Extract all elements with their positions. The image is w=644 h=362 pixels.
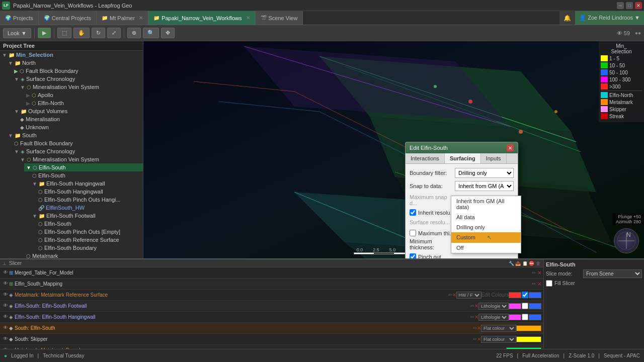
minimize-btn[interactable]: ─ [617,2,624,9]
delete-icon[interactable]: ✕ [477,325,481,331]
panel-row-south-elfin[interactable]: 👁 ◆ South: Elfin-South ✏ ✕ Flat colour [0,323,543,334]
visibility-icon[interactable]: 👁 [2,314,9,321]
tree-item-surface-chrono-n[interactable]: ▼ ◈ Surface Chronology [12,75,143,83]
dialog-tab-surfacing[interactable]: Surfacing [445,153,481,163]
color-checkbox[interactable] [522,303,528,309]
notification-bell[interactable]: 🔔 [559,11,575,25]
tree-item-north[interactable]: ▼ 📁 North [6,59,143,67]
panel-row-merged-table[interactable]: 👁 ⊞ Merged_Table_For_Model ✏ ✕ [0,267,543,279]
color-swatch-2[interactable] [529,314,541,320]
inherit-resolution-checkbox[interactable] [410,209,416,216]
color-swatch[interactable] [516,336,541,342]
visibility-icon[interactable]: 👁 [2,269,9,277]
dialog-close-btn[interactable]: ✕ [507,144,514,151]
delete-icon[interactable]: ✕ [537,270,541,276]
tab-mt-palmer[interactable]: 📁 Mt Palmer ✕ [97,11,148,25]
scale-btn[interactable]: ⤢ [107,28,121,38]
delete-icon[interactable]: ✕ [474,303,478,309]
visibility-icon[interactable]: 👁 [2,347,9,349]
visibility-icon[interactable]: 👁 [2,292,9,299]
dialog-tab-interactions[interactable]: Interactions [406,153,445,163]
select-btn[interactable]: ⬚ [57,28,71,38]
visibility-icon[interactable]: 👁 [2,325,9,332]
tree-item-fault-boundary-s[interactable]: ⬡ Fault Block Boundary [12,139,143,147]
move-btn[interactable]: ✋ [73,28,90,38]
tree-item-metalmark[interactable]: ⬡ Metalmark [24,252,143,258]
visibility-icon[interactable]: 👁 [2,281,9,288]
color-checkbox[interactable] [522,292,528,298]
tree-item-mineralisation[interactable]: ◆ Mineralisation [18,115,143,123]
cursor-btn[interactable]: ⊕ [127,28,141,38]
maximize-btn[interactable]: □ [626,2,633,9]
pinch-out-checkbox[interactable] [410,253,416,258]
dialog-tab-inputs[interactable]: Inputs [481,153,507,163]
hw-fw-select[interactable]: HW / FW [456,292,481,299]
close-btn[interactable]: ✕ [635,2,642,9]
tab-mt-palmer-close[interactable]: ✕ [139,15,143,21]
pan-btn[interactable]: ✥ [161,28,175,38]
edit-colours-btn[interactable]: Edit Colours [481,292,509,298]
snap-to-data-select[interactable]: Inherit from GM (All data) [455,181,514,191]
slice-mode-select[interactable]: From Scene [583,269,642,278]
flat-colour-select[interactable]: Flat colour [481,325,516,332]
tree-item-elfin-south-pinch[interactable]: ⬡ Elfin-South Pinch Outs Hangi... [36,196,143,204]
dropdown-item-off[interactable]: Off [451,243,521,253]
tree-item-fault-boundary-n[interactable]: ▶ ⬡ Fault Block Boundary [12,67,143,75]
tab-projects[interactable]: 🌍 Projects [0,11,39,25]
lithologies-select[interactable]: Lithologies [478,314,509,321]
edit-icon[interactable]: ✏ [532,270,536,276]
tree-item-elfin-south-hw-sub[interactable]: ⬡ Elfin-South Hangingwall [36,188,143,196]
edit-icon[interactable]: ✏ [470,314,474,320]
dropdown-item-all-data[interactable]: All data [451,212,521,222]
tab-scene[interactable]: 🎬 Scene View [256,11,303,25]
color-swatch-2[interactable] [529,292,541,298]
tree-item-elfin-north[interactable]: ▶ ⬡ Elfin-North [24,99,143,107]
tree-item-elfin-south-hw[interactable]: ▼ 📁 Elfin-South Hangingwall [30,179,143,188]
tab-papaki-close[interactable]: ✕ [246,15,250,21]
tree-item-unknown[interactable]: ◆ Unknown [18,123,143,131]
boundary-filter-select[interactable]: Drilling only [455,168,514,178]
tree-item-min-selection[interactable]: ▼ 📁 Min_Selection [0,51,143,59]
tree-item-elflinsouth-hw[interactable]: 🔗 ElflinSouth_HW [36,204,143,212]
color-swatch[interactable] [509,314,521,320]
color-swatch-2[interactable] [529,303,541,309]
edit-icon[interactable]: ✏ [448,292,452,298]
edit-icon[interactable]: ✏ [470,303,474,309]
zoom-btn[interactable]: 🔍 [143,28,159,38]
color-swatch[interactable] [509,303,521,309]
dropdown-item-custom[interactable]: Custom ↖ [451,232,521,243]
tab-papaki[interactable]: 📁 Papaki_Narrow_Vein_Workflows ✕ [148,11,255,25]
fill-slicer-checkbox[interactable] [546,280,552,287]
panel-row-elfin-mapping[interactable]: 👁 ⊞ Elfin_South_Mapping ✏ ✕ [0,279,543,290]
tree-item-output-volumes-n[interactable]: ▼ 📁 Output Volumes [12,107,143,115]
play-btn[interactable]: ▶ [38,28,51,38]
dropdown-item-inherit-all[interactable]: Inherit from GM (All data) [451,196,521,212]
tree-item-elfin-south-fw-sub[interactable]: ⬡ Elfin-South [36,220,143,228]
tree-item-surface-chrono-s[interactable]: ▼ ◈ Surface Chronology [12,147,143,155]
color-checkbox[interactable] [522,314,528,320]
tree-item-elfin-south-sub[interactable]: ⬡ Elfin-South [30,171,143,179]
max-thickness-checkbox[interactable] [410,230,416,236]
color-swatch-1[interactable] [509,292,521,298]
color-swatch[interactable] [516,325,541,331]
tree-item-elfin-south[interactable]: ▼ ⬡ Elfin-South [24,163,143,171]
tree-item-min-vein-s[interactable]: ▼ ⬡ Mineralisation Vein System [18,155,143,163]
dropdown-item-drilling-only[interactable]: Drilling only [451,222,521,232]
rotate-btn[interactable]: ↻ [92,28,105,38]
edit-icon[interactable]: ✏ [532,281,536,287]
delete-icon[interactable]: ✕ [502,347,506,349]
viewport[interactable]: Min_Selection 1 - 5 10 - 50 50 - 100 100… [143,41,644,258]
tree-item-elfin-south-fw[interactable]: ▼ 📁 Elfin-South Footwall [30,212,143,220]
look-btn[interactable]: Look ▼ [3,28,31,38]
delete-icon[interactable]: ✕ [477,336,481,342]
edit-icon[interactable]: ✏ [473,325,477,331]
tree-item-elfin-south-pinch-empty[interactable]: ⬡ Elfin-South Pinch Outs [Empty] [36,228,143,236]
lithologies-select[interactable]: Lithologies [478,303,509,310]
tab-central[interactable]: 🌍 Central Projects [39,11,97,25]
panel-row-elfin-hangingwall[interactable]: 👁 ◈ Elfin-South: Elfin-South Hangingwall… [0,312,543,323]
delete-icon[interactable]: ✕ [537,281,541,287]
visibility-icon[interactable]: 👁 [2,336,9,343]
edit-icon[interactable]: ✏ [498,347,502,349]
panel-row-elfin-footwall[interactable]: 👁 ◈ Elfin-South: Elfin-South Footwall ✏ … [0,301,543,312]
panel-row-metalmark-boundary[interactable]: 👁 ◈ Metalmark: Metalmark Boundary ✏ ✕ [0,345,543,349]
